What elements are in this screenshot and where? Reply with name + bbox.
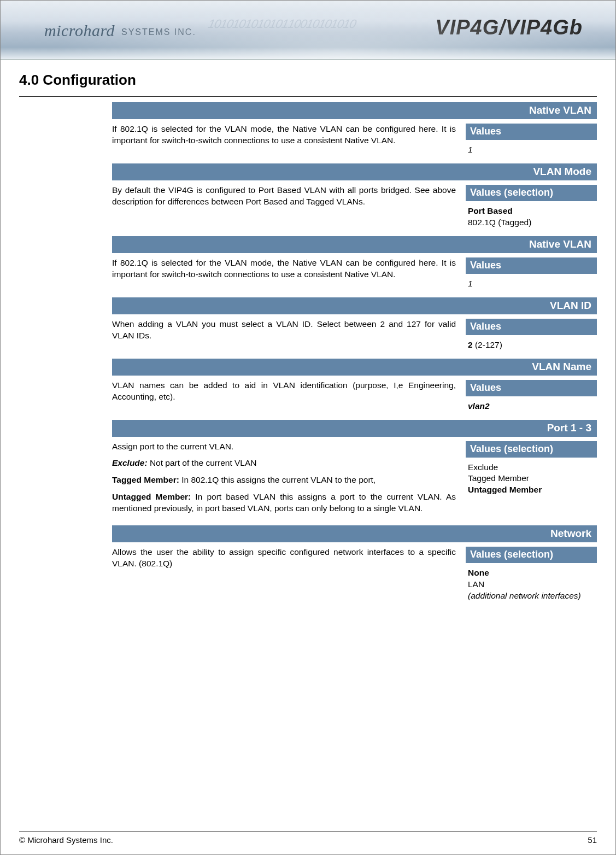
- section-row: If 802.1Q is selected for the VLAN mode,…: [112, 257, 597, 292]
- value-item: Untagged Member: [468, 484, 595, 496]
- product-name: VIP4G/VIP4Gb: [435, 16, 583, 39]
- section-description: If 802.1Q is selected for the VLAN mode,…: [112, 124, 456, 158]
- values-header: Values: [466, 380, 597, 396]
- values-column: Values (selection) None LAN (additional …: [466, 547, 597, 604]
- section-network: Network Allows the user the ability to a…: [112, 525, 597, 604]
- header-banner: 101010101010110010101010 microhard SYSTE…: [1, 1, 615, 60]
- values-header: Values (selection): [466, 547, 597, 563]
- section-row: Allows the user the ability to assign sp…: [112, 547, 597, 604]
- value-item: Exclude: [468, 462, 595, 473]
- values-body: 1: [466, 140, 597, 158]
- brand-primary: microhard: [44, 21, 115, 39]
- section-description: VLAN names can be added to aid in VLAN i…: [112, 380, 456, 414]
- values-header: Values: [466, 319, 597, 335]
- values-body: Port Based 802.1Q (Tagged): [466, 201, 597, 231]
- page-title: 4.0 Configuration: [19, 72, 615, 89]
- section-row: If 802.1Q is selected for the VLAN mode,…: [112, 124, 597, 158]
- section-native-vlan-2: Native VLAN If 802.1Q is selected for th…: [112, 236, 597, 292]
- section-vlan-name: VLAN Name VLAN names can be added to aid…: [112, 359, 597, 414]
- section-vlan-mode: VLAN Mode By default the VIP4G is config…: [112, 163, 597, 231]
- value-item: vlan2: [468, 401, 595, 412]
- value-item: Port Based: [468, 206, 595, 217]
- section-row: VLAN names can be added to aid in VLAN i…: [112, 380, 597, 414]
- value-item: 1: [468, 144, 595, 156]
- values-header: Values (selection): [466, 441, 597, 458]
- page-container: 101010101010110010101010 microhard SYSTE…: [0, 0, 616, 855]
- footer-row: © Microhard Systems Inc. 51: [19, 835, 597, 845]
- value-item: 1: [468, 278, 595, 290]
- section-description: When adding a VLAN you must select a VLA…: [112, 319, 456, 353]
- footer-copyright: © Microhard Systems Inc.: [19, 835, 113, 845]
- footer-divider: [19, 831, 597, 832]
- value-item: (additional network interfaces): [468, 590, 595, 602]
- values-body: 1: [466, 274, 597, 292]
- value-item: 2 (2-127): [468, 339, 595, 351]
- section-title: Native VLAN: [112, 102, 597, 119]
- section-title: Port 1 - 3: [112, 420, 597, 437]
- section-description: Allows the user the ability to assign sp…: [112, 547, 456, 604]
- section-row: Assign port to the current VLAN. Exclude…: [112, 441, 597, 520]
- values-column: Values (selection) Port Based 802.1Q (Ta…: [466, 185, 597, 231]
- desc-line: Tagged Member: In 802.1Q this assigns th…: [112, 475, 456, 486]
- binary-art: 101010101010110010101010: [207, 17, 357, 31]
- values-body: Exclude Tagged Member Untagged Member: [466, 458, 597, 499]
- section-description: By default the VIP4G is configured to Po…: [112, 185, 456, 231]
- section-vlan-id: VLAN ID When adding a VLAN you must sele…: [112, 297, 597, 353]
- section-title: Native VLAN: [112, 236, 597, 253]
- section-row: When adding a VLAN you must select a VLA…: [112, 319, 597, 353]
- values-body: 2 (2-127): [466, 335, 597, 353]
- values-column: Values 2 (2-127): [466, 319, 597, 353]
- content-area: Native VLAN If 802.1Q is selected for th…: [112, 102, 597, 604]
- section-title: Network: [112, 525, 597, 542]
- values-header: Values (selection): [466, 185, 597, 201]
- desc-line: Untagged Member: In port based VLAN this…: [112, 491, 456, 514]
- page-footer: © Microhard Systems Inc. 51: [19, 831, 597, 845]
- section-title: VLAN ID: [112, 297, 597, 314]
- section-row: By default the VIP4G is configured to Po…: [112, 185, 597, 231]
- value-item: 802.1Q (Tagged): [468, 217, 595, 229]
- values-header: Values: [466, 257, 597, 274]
- desc-line: Exclude: Not part of the current VLAN: [112, 458, 456, 469]
- section-title: VLAN Mode: [112, 163, 597, 180]
- value-item: None: [468, 567, 595, 579]
- divider-top: [19, 96, 597, 97]
- section-description: If 802.1Q is selected for the VLAN mode,…: [112, 257, 456, 292]
- footer-page-number: 51: [588, 835, 597, 845]
- section-port-1-3: Port 1 - 3 Assign port to the current VL…: [112, 420, 597, 520]
- brand-logo-left: microhard SYSTEMS INC.: [44, 21, 196, 40]
- values-body: None LAN (additional network interfaces): [466, 563, 597, 604]
- values-column: Values 1: [466, 257, 597, 292]
- section-native-vlan-1: Native VLAN If 802.1Q is selected for th…: [112, 102, 597, 158]
- values-column: Values 1: [466, 124, 597, 158]
- value-item: LAN: [468, 579, 595, 590]
- values-body: vlan2: [466, 396, 597, 414]
- value-item: Tagged Member: [468, 473, 595, 484]
- section-description: Assign port to the current VLAN. Exclude…: [112, 441, 456, 520]
- values-column: Values vlan2: [466, 380, 597, 414]
- section-title: VLAN Name: [112, 359, 597, 376]
- desc-line: Assign port to the current VLAN.: [112, 441, 456, 453]
- values-header: Values: [466, 124, 597, 140]
- brand-secondary: SYSTEMS INC.: [121, 27, 196, 37]
- values-column: Values (selection) Exclude Tagged Member…: [466, 441, 597, 520]
